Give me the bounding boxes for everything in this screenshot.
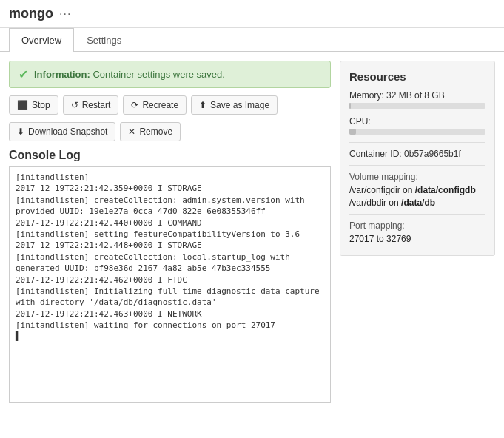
console-title: Console Log xyxy=(9,149,331,162)
save-image-label: Save as Image xyxy=(210,100,269,110)
stop-button[interactable]: ⬛ Stop xyxy=(9,95,58,115)
restart-label: Restart xyxy=(82,100,111,110)
resources-panel: Resources Memory: 32 MB of 8 GB CPU: Con… xyxy=(340,61,495,403)
tab-settings[interactable]: Settings xyxy=(74,28,134,52)
tab-overview[interactable]: Overview xyxy=(9,28,74,52)
recreate-button[interactable]: ⟳ Recreate xyxy=(123,95,187,115)
cpu-bar-bg xyxy=(349,129,485,135)
port-mapping-1: 27017 to 32769 xyxy=(349,234,485,244)
restart-button[interactable]: ↺ Restart xyxy=(63,95,119,115)
recreate-label: Recreate xyxy=(142,100,178,110)
console-log-text: [initandlisten] 2017-12-19T22:21:42.359+… xyxy=(16,172,324,341)
restart-icon: ↺ xyxy=(71,100,78,110)
volume-mapping-2: /var/dbdir on /data/db xyxy=(349,198,485,208)
cpu-bar-fill xyxy=(349,129,356,135)
app-header: mongo ··· xyxy=(0,0,504,28)
memory-bar-fill xyxy=(349,103,351,109)
banner-message: Container settings were saved. xyxy=(90,69,225,80)
left-panel: ✔ Information: Container settings were s… xyxy=(9,61,331,403)
download-snapshot-label: Download Snapshot xyxy=(28,127,107,137)
check-icon: ✔ xyxy=(19,67,28,81)
remove-label: Remove xyxy=(139,127,172,137)
save-image-button[interactable]: ⬆ Save as Image xyxy=(191,95,278,115)
divider2 xyxy=(349,165,485,166)
port-mapping-label: Port mapping: xyxy=(349,220,485,231)
divider1 xyxy=(349,142,485,143)
cpu-label: CPU: xyxy=(349,116,485,127)
memory-bar-bg xyxy=(349,103,485,109)
divider3 xyxy=(349,214,485,215)
stop-label: Stop xyxy=(32,100,50,110)
save-image-icon: ⬆ xyxy=(199,100,206,110)
container-id-value: 0b57a9665b1f xyxy=(404,149,461,159)
resources-box: Resources Memory: 32 MB of 8 GB CPU: Con… xyxy=(340,61,495,256)
download-snapshot-icon: ⬇ xyxy=(17,127,24,137)
remove-icon: ✕ xyxy=(128,127,135,137)
stop-icon: ⬛ xyxy=(17,100,28,110)
console-log[interactable]: [initandlisten] 2017-12-19T22:21:42.359+… xyxy=(9,166,331,403)
banner-bold: Information: xyxy=(34,69,90,80)
port-mapping-value: 27017 to 32769 xyxy=(349,234,411,244)
toolbar-row2: ⬇ Download Snapshot ✕ Remove xyxy=(9,122,331,141)
tab-bar: Overview Settings xyxy=(0,28,504,52)
info-banner: ✔ Information: Container settings were s… xyxy=(9,61,331,88)
memory-row: Memory: 32 MB of 8 GB xyxy=(349,90,485,109)
toolbar: ⬛ Stop ↺ Restart ⟳ Recreate ⬆ Save as Im… xyxy=(9,95,331,115)
container-id: Container ID: 0b57a9665b1f xyxy=(349,149,485,159)
recreate-icon: ⟳ xyxy=(131,100,138,110)
main-content: ✔ Information: Container settings were s… xyxy=(0,52,504,412)
volume-mapping-1: /var/configdir on /data/configdb xyxy=(349,185,485,195)
download-snapshot-button[interactable]: ⬇ Download Snapshot xyxy=(9,122,115,141)
memory-label: Memory: 32 MB of 8 GB xyxy=(349,90,485,101)
app-title: mongo xyxy=(9,6,53,21)
resources-title: Resources xyxy=(349,70,485,83)
banner-text: Information: Container settings were sav… xyxy=(34,69,225,80)
menu-dots-button[interactable]: ··· xyxy=(59,7,71,21)
volume-mapping-label: Volume mapping: xyxy=(349,172,485,182)
remove-button[interactable]: ✕ Remove xyxy=(120,122,181,141)
cpu-row: CPU: xyxy=(349,116,485,135)
container-id-label: Container ID: xyxy=(349,149,402,159)
